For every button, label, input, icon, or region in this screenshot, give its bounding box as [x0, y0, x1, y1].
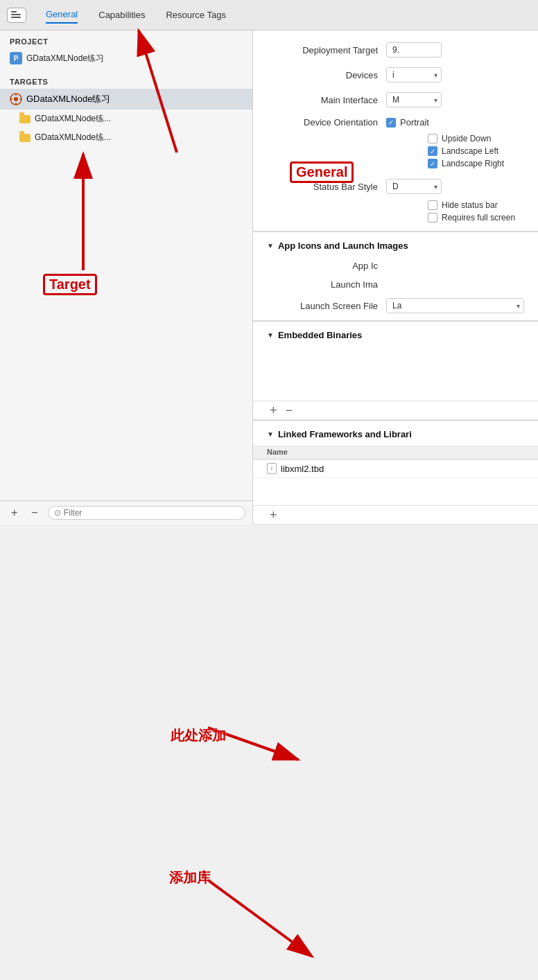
folder-icon-2	[19, 134, 31, 142]
app-icon-label: App Ic	[267, 261, 378, 271]
main-interface-row: Main Interface M	[267, 87, 524, 112]
libxml2-name: libxml2.tbd	[281, 464, 324, 474]
deployment-target-value-wrapper: 9.	[386, 42, 524, 58]
sidebar-folder-item-1[interactable]: GDataXMLNode练...	[0, 110, 252, 128]
linked-frameworks-title: Linked Frameworks and Librari	[278, 429, 412, 439]
svg-point-1	[14, 97, 18, 101]
orientation-label-0: Portrait	[400, 117, 429, 128]
status-bar-row: Status Bar Style D	[267, 174, 524, 199]
target-app-icon	[10, 93, 22, 105]
orientation-checkbox-2[interactable]	[428, 146, 437, 156]
launch-screen-dropdown[interactable]: La	[386, 298, 524, 313]
sidebar-folder-item-2[interactable]: GDataXMLNode练...	[0, 128, 252, 147]
orientation-checkbox-3[interactable]	[428, 159, 437, 168]
main-interface-value-wrapper: M	[386, 92, 524, 107]
orientation-label-3: Landscape Right	[442, 159, 504, 168]
app-icon-row: App Ic	[253, 256, 538, 275]
tab-bar: General Capabilities Resource Tags	[0, 0, 538, 30]
embedded-binaries-triangle: ▼	[267, 331, 274, 339]
devices-label: Devices	[267, 70, 378, 80]
status-bar-check-label-1: Requires full screen	[442, 213, 515, 222]
device-orientation-row: Device Orientation Portrait	[267, 112, 524, 132]
filter-input[interactable]	[64, 508, 239, 518]
sidebar-spacer	[0, 147, 252, 500]
devices-row: Devices i	[267, 62, 524, 87]
sidebar-toggle-button[interactable]	[7, 8, 26, 23]
embedded-binaries-section-header: ▼ Embedded Binaries	[253, 321, 538, 346]
detail-panel: Deployment Target 9. Devices i Main Inte…	[253, 30, 538, 525]
status-bar-check-label-0: Hide status bar	[442, 200, 498, 210]
orientation-label-1: Upside Down	[442, 134, 491, 143]
linked-frameworks-controls: +	[253, 506, 538, 525]
sidebar: PROJECT P GDataXMLNode练习 TARGETS	[0, 30, 253, 525]
sidebar-folder-label-1: GDataXMLNode练...	[35, 113, 111, 125]
sidebar-remove-button[interactable]: −	[27, 505, 42, 520]
device-orientation-checkboxes: Portrait	[386, 117, 524, 128]
devices-value-wrapper: i	[386, 67, 524, 82]
svg-line-10	[208, 880, 312, 956]
target-icon-0	[10, 93, 22, 105]
linked-frameworks-table: Name f libxml2.tbd	[253, 445, 538, 506]
devices-dropdown[interactable]: i	[386, 67, 442, 82]
status-bar-label: Status Bar Style	[267, 182, 378, 192]
deployment-target-label: Deployment Target	[267, 45, 378, 55]
launch-screen-label: Launch Screen File	[267, 301, 378, 311]
app-icons-title: App Icons and Launch Images	[278, 240, 408, 251]
app-window: General Capabilities Resource Tags PROJE…	[0, 0, 538, 980]
embedded-add-button[interactable]: +	[267, 404, 280, 417]
status-bar-value-wrapper: D	[386, 179, 524, 194]
orientation-checkbox-1[interactable]	[428, 134, 437, 143]
embedded-binaries-title: Embedded Binaries	[278, 330, 362, 340]
main-content: PROJECT P GDataXMLNode练习 TARGETS	[0, 30, 538, 525]
tabs-container: General Capabilities Resource Tags	[46, 6, 226, 24]
svg-line-9	[208, 728, 298, 760]
targets-section-label: TARGETS	[0, 71, 252, 89]
filter-input-wrapper: ⊙	[48, 506, 245, 520]
identity-section: Deployment Target 9. Devices i Main Inte…	[253, 30, 538, 231]
sidebar-bottom: + − ⊙	[0, 500, 252, 525]
linked-frameworks-triangle: ▼	[267, 430, 274, 438]
launch-screen-value: La	[386, 298, 524, 313]
icon-bar-2	[11, 14, 21, 15]
name-column-header: Name	[267, 448, 288, 456]
deployment-target-row: Deployment Target 9.	[267, 37, 524, 62]
launch-screen-row: Launch Screen File La	[253, 294, 538, 321]
sidebar-add-button[interactable]: +	[7, 505, 21, 520]
app-icons-section-header: ▼ App Icons and Launch Images	[253, 231, 538, 256]
status-bar-check-0[interactable]	[428, 200, 437, 210]
main-interface-dropdown[interactable]: M	[386, 92, 442, 107]
orientation-checkbox-0[interactable]	[386, 118, 396, 128]
launch-image-label: Launch Ima	[267, 279, 378, 290]
embedded-binaries-controls: + −	[253, 401, 538, 420]
deployment-target-field[interactable]: 9.	[386, 42, 442, 58]
tab-resource-tags[interactable]: Resource Tags	[166, 7, 225, 23]
folder-icon-1	[19, 115, 31, 123]
main-interface-label: Main Interface	[267, 95, 378, 105]
linked-frameworks-empty-space	[253, 478, 538, 506]
sidebar-project-item[interactable]: P GDataXMLNode练习	[0, 49, 252, 68]
sidebar-toggle-icon	[11, 11, 22, 19]
sidebar-target-label-0: GDataXMLNode练习	[26, 93, 110, 105]
tab-capabilities[interactable]: Capabilities	[98, 7, 145, 23]
status-bar-check-1[interactable]	[428, 213, 437, 222]
table-header: Name	[253, 445, 538, 460]
filter-icon: ⊙	[54, 508, 61, 518]
linked-add-button[interactable]: +	[267, 509, 280, 521]
sidebar-target-item-0[interactable]: GDataXMLNode练习	[0, 89, 252, 110]
file-icon-libxml2: f	[267, 463, 277, 474]
tab-bar-left: General Capabilities Resource Tags	[7, 6, 226, 24]
embedded-remove-button[interactable]: −	[283, 404, 296, 417]
sidebar-folder-label-2: GDataXMLNode练...	[35, 132, 111, 143]
icon-bar-1	[11, 11, 17, 12]
status-bar-dropdown[interactable]: D	[386, 179, 442, 194]
orientation-label-2: Landscape Left	[442, 146, 498, 156]
add-here-annotation: 此处添加	[166, 726, 230, 746]
project-section-label: PROJECT	[0, 30, 252, 49]
embedded-binaries-content	[253, 346, 538, 401]
launch-image-row: Launch Ima	[253, 275, 538, 294]
project-name: GDataXMLNode练习	[26, 53, 104, 64]
icon-bar-3	[11, 17, 21, 18]
project-icon: P	[10, 52, 22, 64]
tab-general[interactable]: General	[46, 6, 78, 24]
table-row[interactable]: f libxml2.tbd	[253, 460, 538, 478]
